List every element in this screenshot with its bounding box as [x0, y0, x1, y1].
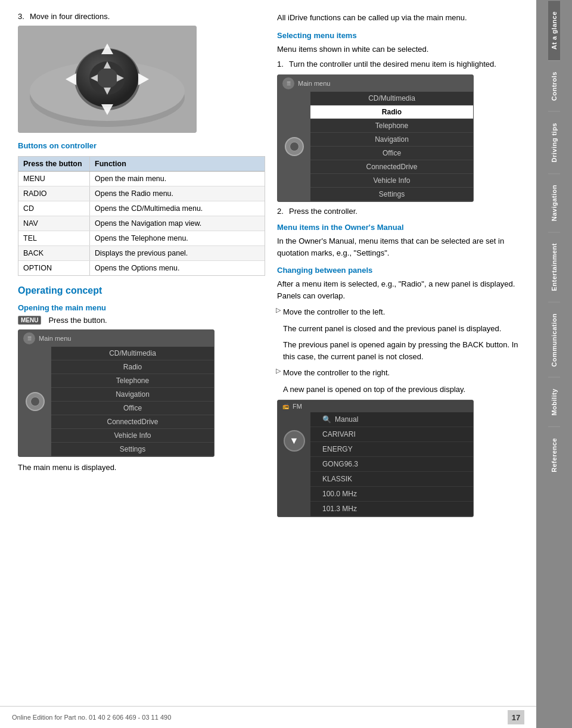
bullet1-line3: The previous panel is opened again by pr… [283, 339, 524, 362]
menu-item: Telephone [310, 119, 473, 133]
buttons-heading: Buttons on controller [18, 141, 265, 150]
step2-text: Press the controller. [289, 207, 358, 216]
bullet2-line1: Move the controller to the right. [283, 367, 524, 379]
buttons-table: Press the button Function MENU Open the … [18, 156, 265, 276]
menu-item: Office [310, 147, 473, 160]
sidebar-item-entertainment[interactable]: Entertainment [548, 232, 560, 301]
fm-menu-item: 101.3 MHz [310, 502, 473, 517]
button-name: CD [18, 201, 90, 216]
menu-item: Office [51, 402, 214, 415]
main-menu-displayed-text: The main menu is displayed. [18, 462, 265, 474]
table-row: BACK Displays the previous panel. [18, 246, 265, 261]
menu-item: CD/Multimedia [51, 347, 214, 360]
selecting-heading: Selecting menu items [277, 31, 524, 40]
menu-item: Radio [51, 360, 214, 374]
menu-items-owner-body: In the Owner's Manual, menu items that c… [277, 235, 524, 259]
step3-text: Move in four directions. [30, 12, 110, 21]
menu-item: Telephone [51, 374, 214, 388]
step2-number: 2. [277, 207, 285, 216]
sidebar-item-driving-tips[interactable]: Driving tips [548, 111, 560, 173]
menu-item: CD/Multimedia [310, 92, 473, 105]
press-button-text: Press the button. [48, 316, 107, 325]
main-menu-label-right: Main menu [298, 80, 330, 87]
fm-menu-item: ENERGY [310, 442, 473, 457]
svg-point-6 [97, 68, 118, 88]
fm-menu-item: GONG96.3 [310, 457, 473, 472]
button-function: Opens the Telephone menu. [90, 231, 265, 245]
page-number: 17 [508, 710, 524, 724]
button-name: NAV [18, 216, 90, 231]
sidebar-item-navigation[interactable]: Navigation [548, 173, 560, 232]
fm-title-label: FM [293, 403, 302, 410]
button-name: RADIO [18, 186, 90, 201]
menu-item: Vehicle Info [310, 174, 473, 188]
menu-item: Navigation [51, 388, 214, 402]
button-function: Displays the previous panel. [90, 246, 265, 260]
table-row: RADIO Opens the Radio menu. [18, 186, 265, 201]
sidebar-item-at-a-glance[interactable]: At a glance [548, 0, 560, 60]
button-name: OPTION [18, 261, 90, 275]
selecting-subtext: Menu items shown in white can be selecte… [277, 43, 524, 55]
sidebar-item-reference[interactable]: Reference [548, 427, 560, 483]
col-button-label: Press the button [18, 157, 90, 171]
sidebar-item-communication[interactable]: Communication [548, 302, 560, 378]
fm-menu-item: CARIVARI [310, 427, 473, 442]
button-function: Open the main menu. [90, 172, 265, 186]
table-row: CD Opens the CD/Multimedia menu. [18, 201, 265, 216]
table-row: NAV Opens the Navigation map view. [18, 216, 265, 231]
step3-number: 3. [18, 12, 26, 21]
menu-item: Vehicle Info [51, 429, 214, 443]
button-function: Opens the CD/Multimedia menu. [90, 201, 265, 216]
sidebar-item-controls[interactable]: Controls [548, 60, 560, 111]
changing-panels-body: After a menu item is selected, e.g., "Ra… [277, 278, 524, 301]
fm-title-bar: 📻 FM [278, 400, 473, 412]
bullet2: Move the controller to the right. A new … [277, 367, 524, 395]
opening-main-menu-heading: Opening the main menu [18, 303, 265, 312]
menu-item: Navigation [310, 133, 473, 147]
menu-item: Settings [310, 188, 473, 201]
copyright-text: Online Edition for Part no. 01 40 2 606 … [12, 714, 171, 721]
button-name: TEL [18, 231, 90, 245]
button-function: Opens the Radio menu. [90, 186, 265, 201]
step1-block: 1. Turn the controller until the desired… [277, 60, 524, 69]
sidebar-item-mobility[interactable]: Mobility [548, 377, 560, 427]
col-function-label: Function [90, 157, 265, 171]
table-row: MENU Open the main menu. [18, 172, 265, 186]
table-row: TEL Opens the Telephone menu. [18, 231, 265, 246]
menu-list-icon: ☰ [23, 332, 35, 344]
step1-text: Turn the controller until the desired me… [289, 60, 496, 69]
menu-item: Settings [51, 443, 214, 456]
fm-menu-item: 🔍Manual [310, 412, 473, 427]
intro-text: All iDrive functions can be called up vi… [277, 12, 524, 24]
menu-list-icon-right: ☰ [282, 77, 294, 89]
menu-button-icon: MENU [18, 316, 41, 325]
bullet1: Move the controller to the left. The cur… [277, 306, 524, 362]
bottom-bar: Online Edition for Part no. 01 40 2 606 … [0, 706, 536, 728]
menu-item: ConnectedDrive [51, 415, 214, 429]
table-row: OPTION Opens the Options menu. [18, 261, 265, 275]
fm-menu-item: KLASSIK [310, 472, 473, 487]
button-function: Opens the Options menu. [90, 261, 265, 275]
bullet1-line1: Move the controller to the left. [283, 306, 524, 318]
menu-title-bar-left: ☰ Main menu [18, 330, 214, 347]
button-name: BACK [18, 246, 90, 260]
button-name: MENU [18, 172, 90, 186]
changing-panels-heading: Changing between panels [277, 266, 524, 275]
menu-item: Radio [310, 105, 473, 119]
main-menu-label-left: Main menu [39, 335, 71, 342]
menu-item: ConnectedDrive [310, 160, 473, 174]
controller-image [18, 26, 197, 133]
bullet1-line2: The current panel is closed and the prev… [283, 323, 524, 335]
main-menu-screenshot-left: ☰ Main menu CD/MultimediaRadioTelephoneN… [18, 329, 214, 457]
bullet2-line2: A new panel is opened on top of the prev… [283, 384, 524, 396]
operating-concept-heading: Operating concept [18, 285, 265, 296]
table-header: Press the button Function [18, 157, 265, 172]
menu-items-owner-heading: Menu items in the Owner's Manual [277, 223, 524, 232]
sidebar: At a glanceControlsDriving tipsNavigatio… [536, 0, 572, 728]
fm-menu-screenshot: 📻 FM ▼ 🔍ManualCARIVARIENERGYGONG96.3KLAS… [277, 400, 474, 517]
button-function: Opens the Navigation map view. [90, 216, 265, 231]
step2-block: 2. Press the controller. [277, 207, 524, 216]
fm-menu-item: 100.0 MHz [310, 487, 473, 502]
menu-title-bar-right: ☰ Main menu [278, 75, 473, 92]
main-menu-screenshot-right: ☰ Main menu CD/MultimediaRadioTelephoneN… [277, 74, 474, 202]
